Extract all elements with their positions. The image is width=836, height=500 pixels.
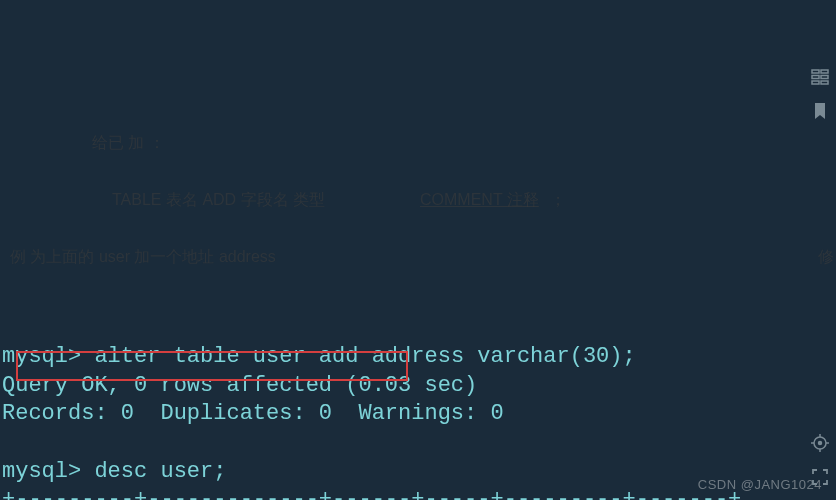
highlight-box <box>16 351 408 381</box>
ghost-text: TABLE 表名 ADD 字段名 类型 <box>112 190 325 211</box>
bookmark-icon[interactable] <box>810 44 830 64</box>
menu-icon[interactable] <box>810 10 830 30</box>
prompt: mysql> <box>2 459 81 484</box>
fullscreen-icon[interactable] <box>810 410 830 430</box>
command: desc user; <box>94 459 226 484</box>
ghost-text: COMMENT 注释 <box>420 190 539 211</box>
table-border: +---------+-------------+------+-----+--… <box>2 487 741 500</box>
target-icon[interactable] <box>810 376 830 396</box>
ghost-text: ； <box>550 190 566 211</box>
terminal-output: mysql> alter table user add address varc… <box>2 315 836 500</box>
download-icon[interactable] <box>810 444 830 464</box>
query-result: Records: 0 Duplicates: 0 Warnings: 0 <box>2 401 504 426</box>
ghost-text: 给已 加 ： <box>92 133 165 154</box>
ghost-text: 修 <box>818 247 834 268</box>
ghost-text: 例 为上面的 user 加一个地址 address <box>10 247 276 268</box>
